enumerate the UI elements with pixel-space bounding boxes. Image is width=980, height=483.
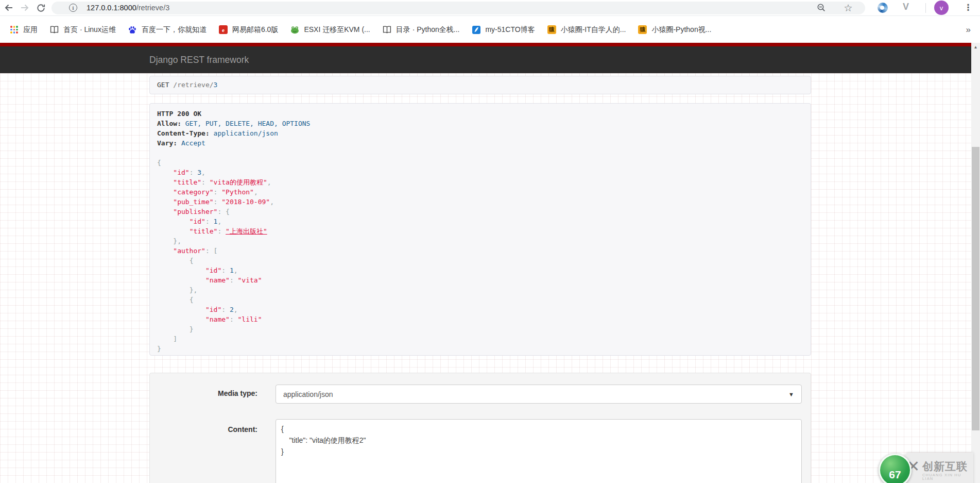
star-icon: ☆ (844, 3, 852, 13)
back-button[interactable] (3, 2, 14, 13)
reload-button[interactable] (35, 2, 46, 13)
request-path: /retrieve/ (173, 81, 213, 89)
monkey-icon: 猿 (638, 25, 647, 34)
page-top-red-bar (0, 43, 971, 46)
apps-grid-icon (10, 25, 19, 34)
scrollbar-up-arrow-icon[interactable]: ▲ (971, 43, 980, 52)
browser-menu-button[interactable]: ⋮ (962, 2, 974, 14)
bookmarks-bar: 应用首页 · Linux运维百度一下，你就知道e网易邮箱6.0版ESXI 迁移至… (0, 16, 980, 43)
bookmark-star-button[interactable]: ☆ (843, 3, 853, 13)
bookmark-item[interactable]: 猿小猿圈-IT自学人的... (543, 23, 631, 37)
baidu-paw-icon (128, 25, 137, 34)
request-method: GET (157, 81, 169, 89)
request-id: 3 (214, 81, 218, 89)
page-content: GET /retrieve/3 HTTP 200 OK Allow: GET, … (0, 73, 971, 483)
bookmark-label: 应用 (23, 25, 38, 35)
url-path: /retrieve/3 (136, 4, 169, 12)
forward-button[interactable] (19, 2, 30, 13)
media-type-select[interactable]: application/json ▼ (276, 385, 802, 404)
bookmark-label: 小猿圈-Python视... (651, 25, 711, 35)
monkey-icon: 猿 (547, 25, 556, 34)
bookmark-label: 首页 · Linux运维 (63, 25, 116, 35)
book-icon (383, 25, 391, 34)
response-box: HTTP 200 OK Allow: GET, PUT, DELETE, HEA… (149, 103, 811, 356)
profile-avatar[interactable]: v (934, 1, 949, 15)
watermark-brand-name: 创新互联 (922, 461, 973, 472)
bookmark-item[interactable]: 百度一下，你就知道 (124, 23, 211, 37)
bookmark-label: 网易邮箱6.0版 (232, 25, 278, 35)
forward-arrow-icon (20, 3, 30, 13)
watermark-counter-badge[interactable]: 67 (879, 454, 912, 483)
frog-icon (290, 25, 299, 34)
zoom-out-button[interactable] (816, 3, 827, 13)
cto-feather-icon (472, 25, 480, 34)
watermark-count: 67 (889, 469, 901, 481)
reload-icon (36, 3, 46, 13)
bookmark-label: ESXI 迁移至KVM (... (304, 25, 370, 35)
media-type-label: Media type: (150, 389, 257, 397)
bookmarks-overflow-chevron-icon[interactable]: » (966, 25, 971, 35)
watermark-brand-subtitle: CHUANG XIN HU LIAN (922, 473, 973, 481)
bookmark-item[interactable]: my-51CTO博客 (467, 23, 539, 37)
toolbar-separator (925, 3, 926, 13)
bookmark-item[interactable]: ESXI 迁移至KVM (... (286, 23, 374, 37)
content-form-panel: Media type: application/json ▼ Content: … (149, 373, 811, 483)
bookmark-item[interactable]: 目录 · Python全栈... (378, 23, 465, 37)
extension-v-icon[interactable]: V (903, 2, 909, 12)
bookmark-label: 百度一下，你就知道 (142, 25, 207, 35)
extension-idm-icon[interactable] (878, 3, 888, 13)
drf-brand-title: Django REST framework (149, 55, 249, 65)
bookmark-label: my-51CTO博客 (485, 25, 535, 35)
url-text[interactable]: 127.0.0.1:8000/retrieve/3 (87, 4, 169, 12)
request-line-box: GET /retrieve/3 (149, 76, 811, 94)
url-host: 127.0.0.1:8000 (87, 4, 136, 12)
back-arrow-icon (4, 3, 14, 13)
address-bar[interactable]: i 127.0.0.1:8000/retrieve/3 ☆ (51, 2, 865, 14)
zoom-minus-icon (817, 3, 826, 12)
bookmark-item[interactable]: 猿小猿圈-Python视... (633, 23, 716, 37)
bookmark-label: 小猿圈-IT自学人的... (561, 25, 626, 35)
content-textarea[interactable]: { "title": "vita的使用教程2" } (276, 419, 802, 483)
netease-icon: e (219, 25, 228, 34)
drf-navbar: Django REST framework (0, 46, 971, 73)
scrollbar-thumb[interactable] (972, 147, 979, 430)
chevron-down-icon: ▼ (788, 391, 794, 397)
media-type-value: application/json (283, 390, 333, 398)
page-info-icon[interactable]: i (69, 4, 77, 12)
bookmark-label: 目录 · Python全栈... (396, 25, 460, 35)
content-label: Content: (150, 425, 257, 434)
book-icon (50, 25, 59, 34)
browser-toolbar: i 127.0.0.1:8000/retrieve/3 ☆ V v ⋮ (0, 0, 980, 16)
response-body: HTTP 200 OK Allow: GET, PUT, DELETE, HEA… (150, 104, 811, 356)
bookmark-item[interactable]: 首页 · Linux运维 (45, 23, 121, 37)
bookmark-item[interactable]: e网易邮箱6.0版 (214, 23, 283, 37)
watermark-brand-box[interactable]: ✕ 创新互联 CHUANG XIN HU LIAN (905, 453, 973, 483)
bookmark-item[interactable]: 应用 (5, 23, 42, 37)
